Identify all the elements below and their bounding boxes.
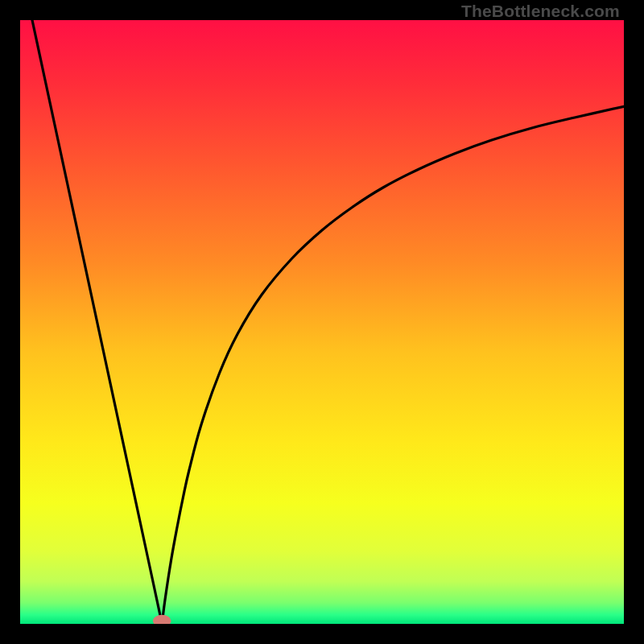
chart-frame xyxy=(20,20,624,624)
gradient-background xyxy=(20,20,624,624)
bottleneck-chart xyxy=(20,20,624,624)
watermark-text: TheBottleneck.com xyxy=(461,2,620,21)
